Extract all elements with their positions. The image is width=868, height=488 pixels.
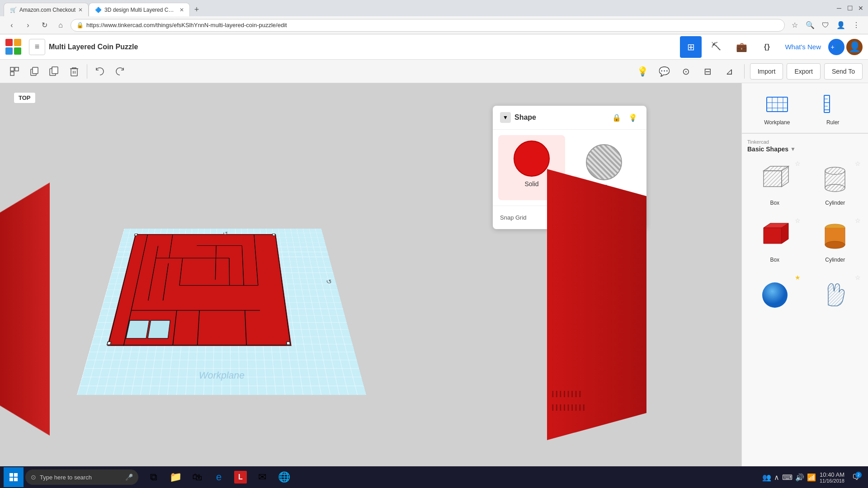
svg-line-29 — [229, 258, 230, 286]
comment-tool[interactable]: 💬 — [656, 62, 674, 80]
svg-line-20 — [137, 235, 147, 286]
shape-card-glove[interactable]: ☆ — [808, 272, 863, 317]
code-button[interactable]: {} — [756, 36, 778, 58]
tab-tinkercad[interactable]: 🔷 3D design Multi Layered Coin Pu... ✕ — [89, 3, 190, 16]
l-app-button[interactable]: L — [231, 467, 250, 487]
amazon-tab-close[interactable]: ✕ — [78, 7, 83, 13]
speaker-icon[interactable]: 🔊 — [795, 473, 804, 482]
close-button[interactable]: ✕ — [857, 5, 864, 12]
store-button[interactable]: 🛍 — [187, 467, 207, 487]
export-button[interactable]: Export — [787, 63, 820, 80]
shape-card-cylinder-solid[interactable]: ☆ Cylinder — [808, 215, 863, 267]
notification-badge: 2 — [855, 472, 862, 478]
svg-rect-2 — [10, 72, 14, 75]
whats-new-button[interactable]: What's New — [781, 43, 825, 51]
maximize-button[interactable]: ☐ — [846, 5, 854, 12]
align-tool[interactable]: ⊟ — [699, 62, 717, 80]
corner-handle-tr[interactable] — [272, 234, 276, 236]
star-cylinder-solid[interactable]: ☆ — [855, 217, 861, 224]
edge-icon: e — [216, 471, 222, 483]
mail-button[interactable]: ✉ — [252, 467, 272, 487]
cylinder-solid-label: Cylinder — [825, 257, 845, 263]
grid-view-button[interactable]: ⊞ — [680, 36, 702, 58]
minimize-button[interactable]: ─ — [835, 5, 843, 12]
shape-panel-title: Shape — [514, 113, 607, 122]
search-button[interactable]: 🔍 — [804, 19, 816, 32]
lock-icon[interactable]: 🔒 — [610, 111, 623, 124]
notification-button[interactable]: 🗨 2 — [848, 469, 864, 485]
toolbar-separator-1 — [87, 64, 87, 79]
microphone-icon[interactable]: 🎤 — [125, 474, 133, 481]
shapes-title[interactable]: Basic Shapes ▼ — [747, 145, 863, 153]
shield-button[interactable]: 🛡 — [819, 19, 832, 32]
undo-tool[interactable] — [91, 62, 109, 80]
shape-card-box-solid[interactable]: ☆ Box — [747, 215, 802, 267]
lightbulb-icon[interactable]: 💡 — [627, 111, 639, 124]
svg-rect-0 — [10, 67, 14, 71]
svg-point-68 — [762, 282, 788, 308]
home-button[interactable]: ⌂ — [54, 19, 67, 32]
top-rotation-handle[interactable]: ↺ — [223, 231, 228, 236]
pick-tool-button[interactable]: ⛏ — [705, 36, 727, 58]
chevron-up-icon[interactable]: ∧ — [774, 473, 779, 482]
taskview-button[interactable]: ⧉ — [144, 467, 164, 487]
right-rotation-handle[interactable]: ↺ — [325, 278, 333, 285]
light-tool[interactable]: 💡 — [634, 62, 652, 80]
workplane-area[interactable]: ↺ ↺ Workplane — [77, 160, 384, 422]
import-button[interactable]: Import — [750, 63, 783, 80]
shape-panel-dropdown[interactable]: ▼ — [500, 112, 511, 123]
tinkercad-logo[interactable] — [5, 39, 22, 55]
cylinder-solid-thumbnail — [815, 219, 855, 255]
add-user-button[interactable]: +👤 — [828, 39, 844, 55]
svg-rect-6 — [52, 67, 58, 74]
canvas-area[interactable]: TOP ⌂ + − — [0, 83, 741, 472]
keyboard-icon[interactable]: ⌨ — [782, 473, 793, 482]
mirror-tool[interactable]: ⊿ — [721, 62, 739, 80]
send-to-button[interactable]: Send To — [824, 63, 863, 80]
star-sphere[interactable]: ★ — [795, 274, 801, 281]
shape-card-sphere[interactable]: ★ — [747, 272, 802, 317]
edge-button[interactable]: e — [209, 467, 229, 487]
tab-amazon[interactable]: 🛒 Amazon.com Checkout ✕ — [4, 3, 89, 16]
duplicate-tool[interactable] — [45, 62, 63, 80]
people-icon[interactable]: 👥 — [762, 473, 771, 482]
cylinder-hole-label: Cylinder — [825, 200, 845, 206]
user-avatar[interactable]: 👤 — [846, 39, 863, 55]
svg-line-34 — [173, 310, 177, 345]
profile-button[interactable]: 👤 — [835, 19, 847, 32]
tinkercad-tab-close[interactable]: ✕ — [179, 7, 184, 13]
shape-panel-header: ▼ Shape 🔒 💡 — [493, 106, 646, 130]
explorer-button[interactable]: 📁 — [165, 467, 185, 487]
hamburger-menu[interactable]: ≡ — [29, 39, 45, 55]
project-title: Multi Layered Coin Puzzle — [49, 43, 138, 51]
mail-icon: ✉ — [258, 471, 266, 483]
copy-tool[interactable] — [25, 62, 43, 80]
corner-handle-br[interactable] — [286, 341, 291, 345]
shape-card-box-hole[interactable]: ☆ — [747, 158, 802, 210]
briefcase-button[interactable]: 💼 — [731, 36, 752, 58]
reload-button[interactable]: ↻ — [38, 19, 51, 32]
forward-button[interactable]: › — [22, 19, 34, 32]
network-icon[interactable]: 📶 — [807, 473, 816, 482]
star-box-hole[interactable]: ☆ — [795, 160, 801, 167]
workplane-tool[interactable]: Workplane — [749, 90, 805, 126]
star-box-solid[interactable]: ☆ — [795, 217, 801, 224]
new-tab-button[interactable]: + — [190, 3, 203, 16]
svg-line-32 — [254, 235, 258, 286]
bookmark-button[interactable]: ☆ — [788, 19, 801, 32]
shape-card-cylinder-hole[interactable]: ☆ — [808, 158, 863, 210]
ruler-tool[interactable]: Ruler — [805, 90, 861, 126]
redo-tool[interactable] — [111, 62, 129, 80]
camera-tool[interactable]: ⊙ — [677, 62, 695, 80]
menu-button[interactable]: ⋮ — [850, 19, 863, 32]
delete-tool[interactable] — [65, 62, 83, 80]
search-bar[interactable]: ⊙ Type here to search 🎤 — [25, 469, 138, 485]
corner-handle-tl[interactable] — [134, 234, 138, 236]
move-tool[interactable] — [5, 62, 24, 80]
back-button[interactable]: ‹ — [5, 19, 18, 32]
start-button[interactable] — [4, 467, 24, 487]
star-glove[interactable]: ☆ — [855, 274, 861, 281]
star-cylinder-hole[interactable]: ☆ — [855, 160, 861, 167]
url-bar[interactable]: 🔒 https://www.tinkercad.com/things/efsKS… — [71, 19, 785, 32]
chrome-button[interactable]: 🌐 — [274, 467, 294, 487]
